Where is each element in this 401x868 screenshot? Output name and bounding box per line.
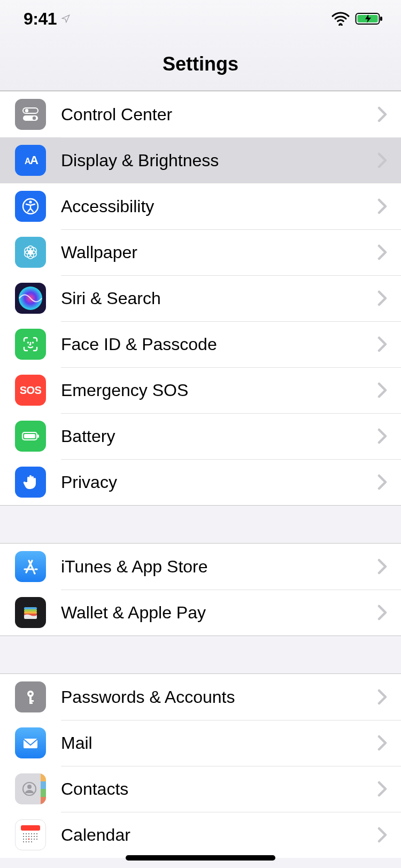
settings-item-label: iTunes & App Store <box>61 557 377 577</box>
settings-item-label: Siri & Search <box>61 289 377 308</box>
svg-point-39 <box>28 833 29 834</box>
settings-item-label: Contacts <box>61 779 377 799</box>
svg-point-4 <box>25 109 28 112</box>
svg-rect-33 <box>24 739 37 748</box>
svg-point-6 <box>33 117 36 120</box>
app-store-icon <box>15 551 46 582</box>
chevron-right-icon <box>377 474 387 490</box>
chevron-right-icon <box>377 382 387 398</box>
svg-point-52 <box>34 839 35 840</box>
settings-item-label: Calendar <box>61 825 377 845</box>
svg-point-46 <box>31 836 32 837</box>
svg-point-37 <box>23 833 24 834</box>
chevron-right-icon <box>377 689 387 705</box>
svg-point-47 <box>34 836 35 837</box>
svg-point-53 <box>36 839 37 840</box>
sos-icon: SOS <box>15 375 46 406</box>
settings-item-label: Passwords & Accounts <box>61 687 377 707</box>
page-title: Settings <box>163 53 238 75</box>
face-id-icon <box>15 329 46 360</box>
home-indicator[interactable] <box>126 855 275 861</box>
svg-point-58 <box>28 839 30 840</box>
wallet-icon <box>15 597 46 628</box>
calendar-icon <box>15 819 46 850</box>
svg-rect-30 <box>29 696 32 703</box>
settings-item-contacts[interactable]: Contacts <box>0 766 401 812</box>
svg-point-38 <box>26 833 27 834</box>
settings-item-label: Wallpaper <box>61 243 377 262</box>
settings-item-display-brightness[interactable]: A A Display & Brightness <box>0 137 401 183</box>
settings-item-face-id-passcode[interactable]: Face ID & Passcode <box>0 321 401 367</box>
svg-point-10 <box>29 200 32 203</box>
settings-item-label: Emergency SOS <box>61 381 377 400</box>
settings-item-calendar[interactable]: Calendar <box>0 812 401 858</box>
privacy-hand-icon <box>15 467 46 498</box>
chevron-right-icon <box>377 106 387 122</box>
wifi-icon <box>331 12 350 26</box>
contacts-icon <box>15 773 46 804</box>
settings-item-wallpaper[interactable]: Wallpaper <box>0 229 401 275</box>
svg-text:A: A <box>30 153 38 167</box>
svg-point-43 <box>23 836 24 837</box>
key-icon <box>15 681 46 712</box>
svg-rect-23 <box>37 435 39 438</box>
svg-point-40 <box>31 833 32 834</box>
svg-point-45 <box>28 836 29 837</box>
svg-point-56 <box>28 841 29 842</box>
settings-item-siri-search[interactable]: Siri & Search <box>0 275 401 321</box>
svg-point-42 <box>36 833 37 834</box>
settings-item-label: Control Center <box>61 105 377 125</box>
svg-rect-2 <box>380 17 382 21</box>
location-arrow-icon <box>61 14 71 24</box>
svg-point-44 <box>26 836 27 837</box>
chevron-right-icon <box>377 735 387 751</box>
page-header: Settings <box>0 37 401 91</box>
settings-group-3: Passwords & Accounts Mail Contacts <box>0 673 401 858</box>
svg-rect-22 <box>24 434 35 438</box>
siri-icon <box>15 283 46 314</box>
svg-point-50 <box>26 839 27 840</box>
svg-point-20 <box>33 342 33 343</box>
settings-group-2: iTunes & App Store Wallet & Apple Pay <box>0 543 401 636</box>
chevron-right-icon <box>377 244 387 260</box>
settings-item-mail[interactable]: Mail <box>0 720 401 766</box>
battery-icon <box>15 421 46 452</box>
svg-point-29 <box>29 693 32 695</box>
display-brightness-icon: A A <box>15 145 46 176</box>
chevron-right-icon <box>377 198 387 214</box>
settings-item-label: Face ID & Passcode <box>61 335 377 354</box>
chevron-right-icon <box>377 827 387 843</box>
status-time: 9:41 <box>24 9 57 29</box>
svg-point-57 <box>31 841 32 842</box>
settings-group-1: Control Center A A Display & Brightness … <box>0 91 401 506</box>
settings-item-battery[interactable]: Battery <box>0 413 401 459</box>
settings-item-itunes-app-store[interactable]: iTunes & App Store <box>0 544 401 590</box>
svg-point-35 <box>27 785 32 789</box>
settings-item-wallet-apple-pay[interactable]: Wallet & Apple Pay <box>0 590 401 636</box>
settings-item-control-center[interactable]: Control Center <box>0 91 401 137</box>
svg-point-54 <box>23 841 24 842</box>
mail-icon <box>15 727 46 758</box>
svg-rect-36 <box>21 825 40 831</box>
svg-point-19 <box>28 342 28 343</box>
battery-charging-icon <box>355 12 384 26</box>
settings-item-accessibility[interactable]: Accessibility <box>0 183 401 229</box>
svg-rect-32 <box>29 702 33 704</box>
settings-item-label: Mail <box>61 733 377 753</box>
svg-point-49 <box>23 839 24 840</box>
chevron-right-icon <box>377 781 387 797</box>
svg-point-48 <box>36 836 37 837</box>
chevron-right-icon <box>377 604 387 621</box>
chevron-right-icon <box>377 336 387 352</box>
control-center-icon <box>15 99 46 130</box>
svg-point-41 <box>34 833 35 834</box>
wallpaper-icon <box>15 237 46 268</box>
settings-item-label: Accessibility <box>61 197 377 216</box>
chevron-right-icon <box>377 290 387 306</box>
settings-item-passwords-accounts[interactable]: Passwords & Accounts <box>0 674 401 720</box>
chevron-right-icon <box>377 559 387 575</box>
settings-item-label: Wallet & Apple Pay <box>61 603 377 623</box>
chevron-right-icon <box>377 152 387 168</box>
settings-item-emergency-sos[interactable]: SOS Emergency SOS <box>0 367 401 413</box>
settings-item-privacy[interactable]: Privacy <box>0 459 401 505</box>
